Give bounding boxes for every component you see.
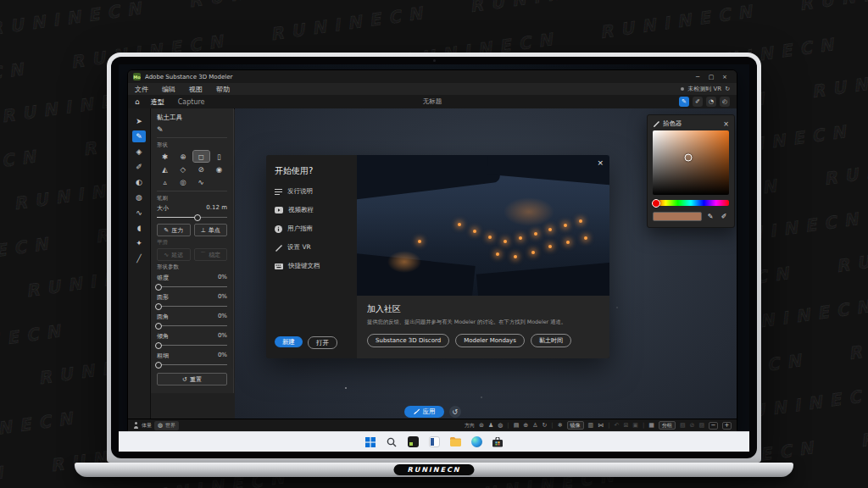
menu-view[interactable]: 视图 bbox=[189, 85, 203, 94]
hue-knob[interactable] bbox=[652, 199, 660, 208]
hue-slider[interactable] bbox=[653, 200, 729, 206]
shape-stamp-icon[interactable]: ✱ bbox=[157, 151, 173, 162]
mannequin-icon[interactable] bbox=[133, 422, 139, 429]
stamp-icon: ⊥ bbox=[201, 227, 206, 234]
vr-refresh-icon[interactable]: ↻ bbox=[725, 86, 730, 92]
single-point-button[interactable]: ⊥单点 bbox=[194, 224, 228, 236]
zoom-in-button[interactable]: + bbox=[722, 422, 732, 430]
pen-mode-icon[interactable]: ✐ bbox=[693, 97, 703, 107]
shape-sphere-icon[interactable]: ⊕ bbox=[175, 151, 191, 162]
edge-icon bbox=[471, 436, 482, 447]
pressure-button[interactable]: ✎压力 bbox=[157, 224, 191, 236]
param-fillet-slider[interactable] bbox=[157, 322, 227, 330]
layer-icon-1: ▧ bbox=[680, 423, 686, 429]
mirror-button[interactable]: 镜像 bbox=[567, 421, 584, 430]
current-tool-icon[interactable]: ✎ bbox=[157, 125, 227, 134]
apply-color-icon[interactable]: ✐ bbox=[719, 211, 729, 221]
shape-spike-icon[interactable]: ▵ bbox=[157, 176, 173, 187]
undo-icon: ↶ bbox=[615, 423, 620, 429]
rotate-icon[interactable]: ↻ bbox=[542, 423, 547, 429]
texture-tool-icon[interactable]: ◍ bbox=[132, 191, 146, 203]
menu-file[interactable]: 文件 bbox=[135, 85, 148, 94]
eyedropper-icon bbox=[653, 120, 659, 127]
slice-tool-icon[interactable]: ◖ bbox=[132, 222, 146, 234]
saturation-value-area[interactable] bbox=[653, 130, 729, 195]
figure-icon[interactable]: ♟ bbox=[488, 423, 493, 429]
sv-selector[interactable] bbox=[685, 153, 693, 161]
pick-color-icon[interactable]: ✎ bbox=[705, 211, 715, 221]
clay-tool-icon[interactable]: ✎ bbox=[132, 130, 146, 142]
vr-status-text: 未检测到 VR bbox=[687, 85, 721, 93]
apply-reset-button[interactable]: ↺ bbox=[449, 406, 461, 418]
open-button[interactable]: 打开 bbox=[308, 336, 337, 349]
minimize-button[interactable]: ─ bbox=[691, 74, 704, 80]
start-button[interactable] bbox=[364, 435, 377, 448]
curve-tool-icon[interactable]: ∿ bbox=[132, 207, 146, 219]
nodes-icon[interactable]: ⊚ bbox=[479, 423, 484, 429]
apply-button[interactable]: 应用 bbox=[404, 406, 444, 418]
smooth-tool-icon[interactable]: ✐ bbox=[132, 161, 146, 173]
pencil-tool-icon[interactable]: ╱ bbox=[132, 252, 146, 264]
group-button[interactable]: 分组 bbox=[659, 421, 676, 430]
select-tool-icon[interactable]: ➤ bbox=[132, 115, 146, 127]
shape-cylinder-icon[interactable]: ▯ bbox=[211, 151, 227, 162]
dialog-close-icon[interactable]: × bbox=[597, 158, 604, 167]
inflate-tool-icon[interactable]: ◐ bbox=[132, 176, 146, 188]
erase-tool-icon[interactable]: ◈ bbox=[132, 146, 146, 158]
world-icon[interactable]: ◍ bbox=[498, 423, 503, 429]
flip-icon[interactable]: ⋈ bbox=[598, 423, 604, 429]
snap-icon[interactable]: ❄ bbox=[558, 423, 563, 429]
world-toggle[interactable]: ◍ 世界 bbox=[154, 421, 179, 430]
shape-cone-icon[interactable]: ◭ bbox=[157, 164, 173, 175]
taskbar-notes-app[interactable] bbox=[428, 435, 441, 448]
shape-torus-icon[interactable]: ◎ bbox=[175, 176, 191, 187]
copy-icon[interactable]: ▥ bbox=[588, 423, 594, 429]
taskbar-modeler-app[interactable] bbox=[407, 435, 420, 448]
grid-icon[interactable]: ▤ bbox=[514, 423, 520, 429]
param-thickness-slider[interactable] bbox=[157, 361, 227, 369]
shape-cube-icon[interactable]: ◻ bbox=[193, 151, 209, 162]
link-release-notes[interactable]: 发行说明 bbox=[275, 187, 348, 196]
taskbar-file-explorer[interactable] bbox=[449, 435, 462, 448]
mannequin-label[interactable]: 体量 bbox=[142, 422, 152, 430]
link-user-guide[interactable]: 用户指南 bbox=[275, 225, 348, 233]
shape-capsule-icon[interactable]: ⊘ bbox=[193, 164, 209, 175]
taskbar-edge[interactable] bbox=[470, 435, 483, 448]
clay-time-button[interactable]: 黏土时间 bbox=[531, 334, 571, 347]
color-picker-close-icon[interactable]: × bbox=[723, 120, 729, 128]
menu-help[interactable]: 帮助 bbox=[216, 85, 230, 94]
sphere-view-icon[interactable]: ◔ bbox=[706, 97, 716, 107]
new-button[interactable]: 新建 bbox=[275, 336, 303, 347]
smooth-section-label: 平滑 bbox=[157, 239, 227, 247]
zoom-out-button[interactable]: − bbox=[709, 422, 718, 430]
close-button[interactable]: × bbox=[718, 74, 732, 80]
tab-capture[interactable]: Capture bbox=[177, 97, 206, 108]
shape-drop-icon[interactable]: ◉ bbox=[211, 164, 227, 175]
param-round-slider[interactable] bbox=[157, 302, 227, 310]
pose-icon[interactable]: ♙ bbox=[532, 423, 537, 429]
tab-model[interactable]: 造型 bbox=[150, 96, 165, 108]
link-setup-vr[interactable]: 设置 VR bbox=[275, 243, 348, 252]
search-button[interactable] bbox=[386, 435, 398, 448]
param-taper-slider[interactable] bbox=[157, 283, 227, 291]
paint-tool-icon[interactable]: ✦ bbox=[132, 237, 146, 249]
home-icon[interactable]: ⌂ bbox=[135, 97, 140, 106]
app-window: Mo Adobe Substance 3D Modeler ─ ▢ × 文件 编… bbox=[127, 69, 737, 432]
paint-mode-icon[interactable]: ✎ bbox=[679, 97, 689, 107]
reset-button[interactable]: ↺重置 bbox=[157, 373, 227, 385]
maximize-button[interactable]: ▢ bbox=[704, 74, 718, 80]
shape-curve-icon[interactable]: ∿ bbox=[193, 176, 209, 187]
split-icon[interactable]: ▦ bbox=[648, 423, 654, 429]
size-slider[interactable] bbox=[157, 214, 227, 221]
discord-button[interactable]: Substance 3D Discord bbox=[367, 334, 449, 347]
modeler-mondays-button[interactable]: Modeler Mondays bbox=[455, 334, 525, 347]
param-shear-slider[interactable] bbox=[157, 341, 227, 349]
link-shortcuts-doc[interactable]: 快捷键文档 bbox=[275, 262, 348, 270]
performance-icon[interactable]: ◴ bbox=[720, 97, 730, 107]
add-icon[interactable]: ⊕ bbox=[523, 423, 528, 429]
link-video-tutorials[interactable]: 视频教程 bbox=[275, 206, 348, 214]
taskbar-store[interactable] bbox=[492, 435, 504, 448]
shape-rock-icon[interactable]: ◇ bbox=[175, 164, 191, 175]
menu-edit[interactable]: 编辑 bbox=[162, 85, 175, 94]
param-round-label: 圆形 bbox=[157, 293, 169, 302]
